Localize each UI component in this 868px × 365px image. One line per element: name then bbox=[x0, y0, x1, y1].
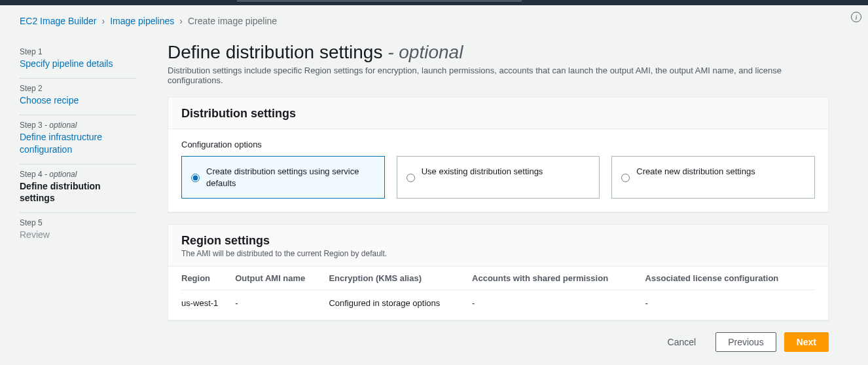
option-use-existing[interactable]: Use existing distribution settings bbox=[397, 156, 600, 199]
region-settings-panel: Region settings The AMI will be distribu… bbox=[168, 224, 829, 320]
step-4: Step 4 - optional Define distribution se… bbox=[20, 164, 136, 214]
option-radio[interactable] bbox=[191, 167, 200, 189]
option-radio[interactable] bbox=[407, 167, 415, 189]
option-create-new[interactable]: Create new distribution settings bbox=[611, 156, 815, 199]
configuration-options-label: Configuration options bbox=[181, 140, 815, 149]
col-accounts: Accounts with shared permission bbox=[472, 267, 645, 290]
breadcrumb-current: Create image pipeline bbox=[188, 16, 277, 26]
step-1[interactable]: Step 1 Specify pipeline details bbox=[20, 42, 136, 79]
option-radio[interactable] bbox=[621, 167, 630, 189]
cancel-button[interactable]: Cancel bbox=[656, 332, 708, 352]
col-output-ami: Output AMI name bbox=[235, 267, 329, 290]
step-title[interactable]: Choose recipe bbox=[20, 94, 136, 107]
step-title[interactable]: Specify pipeline details bbox=[20, 58, 136, 70]
step-3[interactable]: Step 3 - optional Define infrastructure … bbox=[20, 115, 136, 164]
page-description: Distribution settings include specific R… bbox=[168, 66, 829, 85]
step-title: Define distribution settings bbox=[20, 180, 136, 205]
option-service-defaults[interactable]: Create distribution settings using servi… bbox=[181, 156, 385, 199]
cell-license: - bbox=[645, 290, 815, 317]
col-encryption: Encryption (KMS alias) bbox=[329, 267, 472, 290]
col-region: Region bbox=[181, 267, 235, 290]
step-2[interactable]: Step 2 Choose recipe bbox=[20, 79, 136, 115]
next-button[interactable]: Next bbox=[784, 332, 829, 352]
step-5: Step 5 Review bbox=[20, 213, 136, 249]
panel-title: Distribution settings bbox=[181, 107, 815, 121]
table-row: us-west-1 - Configured in storage option… bbox=[181, 290, 815, 317]
cell-ami: - bbox=[235, 290, 329, 317]
region-table: Region Output AMI name Encryption (KMS a… bbox=[181, 267, 815, 316]
chevron-right-icon: › bbox=[102, 16, 105, 26]
wizard-button-row: Cancel Previous Next bbox=[168, 332, 829, 360]
panel-title: Region settings bbox=[181, 234, 815, 248]
previous-button[interactable]: Previous bbox=[715, 332, 776, 352]
page-title: Define distribution settings - optional bbox=[168, 42, 829, 63]
cell-region: us-west-1 bbox=[181, 290, 235, 317]
cell-accounts: - bbox=[472, 290, 645, 317]
wizard-steps-sidebar: Step 1 Specify pipeline details Step 2 C… bbox=[20, 42, 136, 360]
col-license: Associated license configuration bbox=[645, 267, 815, 290]
panel-subtitle: The AMI will be distributed to the curre… bbox=[181, 249, 815, 258]
step-title[interactable]: Define infrastructure configuration bbox=[20, 131, 136, 156]
step-title: Review bbox=[20, 229, 136, 241]
distribution-settings-panel: Distribution settings Configuration opti… bbox=[168, 97, 829, 212]
breadcrumb-service[interactable]: EC2 Image Builder bbox=[20, 16, 97, 26]
info-icon[interactable]: i bbox=[851, 12, 861, 22]
breadcrumb: EC2 Image Builder › Image pipelines › Cr… bbox=[0, 5, 868, 29]
chevron-right-icon: › bbox=[179, 16, 183, 26]
breadcrumb-section[interactable]: Image pipelines bbox=[110, 16, 174, 26]
top-nav-bar bbox=[0, 0, 868, 5]
cell-encryption: Configured in storage options bbox=[329, 290, 472, 317]
